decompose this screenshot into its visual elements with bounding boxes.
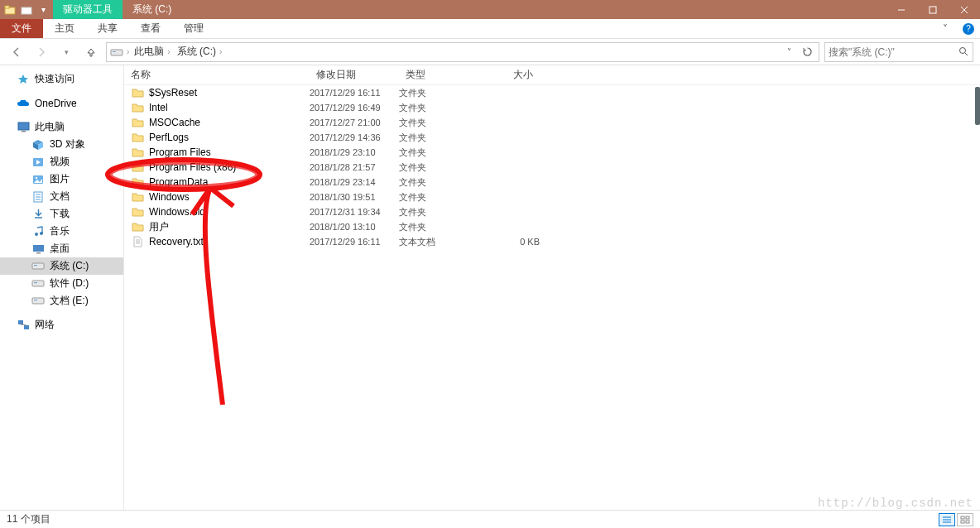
back-button[interactable] bbox=[7, 42, 26, 62]
folder-icon bbox=[131, 190, 144, 204]
svg-rect-30 bbox=[34, 300, 37, 300]
svg-line-33 bbox=[21, 324, 26, 325]
file-name: 用户 bbox=[149, 220, 310, 234]
file-row[interactable]: Program Files (x86)2018/1/28 21:57文件夹 bbox=[124, 160, 980, 175]
file-row[interactable]: Windows.old2017/12/31 19:34文件夹 bbox=[124, 204, 980, 219]
status-bar: 11 个项目 bbox=[0, 510, 980, 528]
svg-rect-4 bbox=[930, 7, 936, 13]
nav-child-item[interactable]: 图片 bbox=[0, 170, 123, 188]
file-date: 2018/1/20 13:10 bbox=[310, 222, 399, 232]
folder-icon bbox=[131, 175, 144, 189]
address-bar[interactable]: › 此电脑› 系统 (C:)› ˅ bbox=[106, 42, 819, 62]
nav-quick-access[interactable]: 快速访问 bbox=[0, 70, 123, 88]
file-row[interactable]: PerfLogs2017/12/29 14:36文件夹 bbox=[124, 130, 980, 145]
col-header-date[interactable]: 修改日期 bbox=[310, 68, 399, 82]
file-type: 文件夹 bbox=[399, 132, 482, 144]
folder-icon bbox=[131, 116, 144, 129]
file-size: 0 KB bbox=[482, 237, 540, 247]
svg-rect-29 bbox=[32, 298, 44, 304]
ribbon-expand-icon[interactable]: ˅ bbox=[934, 19, 957, 38]
help-button[interactable]: ? bbox=[957, 19, 980, 38]
file-row[interactable]: Windows2018/1/30 19:51文件夹 bbox=[124, 190, 980, 204]
nav-this-pc[interactable]: 此电脑 bbox=[0, 118, 123, 136]
nav-child-item[interactable]: 系统 (C:) bbox=[0, 257, 123, 275]
recent-dropdown[interactable]: ▾ bbox=[56, 42, 76, 62]
maximize-button[interactable] bbox=[917, 0, 949, 19]
file-type: 文件夹 bbox=[399, 146, 482, 159]
file-date: 2017/12/29 14:36 bbox=[310, 132, 399, 142]
contextual-tab-drive-tools[interactable]: 驱动器工具 bbox=[53, 0, 122, 19]
file-type: 文件夹 bbox=[399, 176, 482, 189]
search-icon[interactable] bbox=[958, 46, 969, 57]
svg-rect-26 bbox=[34, 265, 37, 266]
window-controls bbox=[886, 0, 980, 19]
file-row[interactable]: ProgramData2018/1/29 23:14文件夹 bbox=[124, 175, 980, 190]
crumb-this-pc[interactable]: 此电脑› bbox=[132, 45, 171, 59]
file-name: Intel bbox=[149, 102, 310, 113]
file-name: Windows bbox=[149, 191, 310, 203]
forward-button[interactable] bbox=[31, 42, 51, 62]
col-header-type[interactable]: 类型 bbox=[399, 68, 482, 82]
refresh-button[interactable] bbox=[799, 44, 815, 60]
tab-manage[interactable]: 管理 bbox=[172, 19, 215, 38]
window-title: 系统 (C:) bbox=[122, 0, 181, 19]
crumb-drive-c[interactable]: 系统 (C:)› bbox=[175, 45, 224, 59]
svg-point-9 bbox=[960, 48, 966, 54]
address-dropdown-icon[interactable]: ˅ bbox=[781, 44, 797, 60]
view-details-button[interactable] bbox=[939, 513, 955, 526]
minimize-button[interactable] bbox=[886, 0, 917, 19]
folder-icon[interactable] bbox=[20, 3, 33, 17]
file-type: 文本文档 bbox=[399, 236, 482, 248]
tab-view[interactable]: 查看 bbox=[129, 19, 172, 38]
file-date: 2018/1/30 19:51 bbox=[310, 192, 399, 202]
col-header-size[interactable]: 大小 bbox=[482, 68, 540, 82]
nav-child-label: 系统 (C:) bbox=[50, 259, 89, 273]
download-icon bbox=[31, 208, 45, 221]
up-button[interactable] bbox=[81, 42, 101, 62]
nav-onedrive[interactable]: OneDrive bbox=[0, 94, 123, 112]
nav-child-item[interactable]: 音乐 bbox=[0, 223, 123, 240]
tab-share[interactable]: 共享 bbox=[86, 19, 129, 38]
file-type: 文件夹 bbox=[399, 102, 482, 114]
nav-child-item[interactable]: 视频 bbox=[0, 153, 123, 170]
folder-icon bbox=[131, 86, 144, 99]
help-icon: ? bbox=[963, 23, 974, 35]
search-input[interactable] bbox=[829, 46, 958, 58]
file-row[interactable]: 用户2018/1/20 13:10文件夹 bbox=[124, 219, 980, 234]
svg-rect-45 bbox=[966, 521, 969, 523]
file-row[interactable]: Program Files2018/1/29 23:10文件夹 bbox=[124, 145, 980, 160]
explorer-body: 快速访问 OneDrive 此电脑 3D 对象视频图片文档下载音乐桌面系统 (C… bbox=[0, 65, 980, 510]
svg-rect-44 bbox=[961, 521, 964, 523]
close-button[interactable] bbox=[949, 0, 980, 19]
nav-child-item[interactable]: 3D 对象 bbox=[0, 136, 123, 153]
titlebar: ▾ 驱动器工具 系统 (C:) bbox=[0, 0, 980, 19]
nav-child-label: 视频 bbox=[50, 155, 70, 169]
view-icons-button[interactable] bbox=[957, 513, 973, 526]
nav-child-item[interactable]: 文档 (E:) bbox=[0, 292, 123, 310]
file-row[interactable]: Recovery.txt2017/12/29 16:11文本文档0 KB bbox=[124, 234, 980, 249]
file-row[interactable]: MSOCache2017/12/27 21:00文件夹 bbox=[124, 115, 980, 130]
qat-dropdown-icon[interactable]: ▾ bbox=[36, 3, 50, 17]
svg-point-22 bbox=[40, 232, 43, 235]
svg-rect-27 bbox=[32, 281, 44, 286]
col-header-name[interactable]: 名称 bbox=[124, 68, 310, 82]
nav-child-item[interactable]: 下载 bbox=[0, 205, 123, 223]
tab-home[interactable]: 主页 bbox=[43, 19, 86, 38]
nav-child-item[interactable]: 软件 (D:) bbox=[0, 275, 123, 292]
file-row[interactable]: Intel2017/12/29 16:49文件夹 bbox=[124, 100, 980, 115]
svg-rect-23 bbox=[33, 245, 44, 252]
svg-rect-42 bbox=[961, 516, 964, 519]
file-row[interactable]: $SysReset2017/12/29 16:11文件夹 bbox=[124, 85, 980, 100]
file-name: Program Files bbox=[149, 146, 310, 158]
svg-rect-31 bbox=[18, 320, 23, 324]
nav-child-item[interactable]: 桌面 bbox=[0, 240, 123, 257]
svg-rect-7 bbox=[111, 50, 122, 55]
nav-child-item[interactable]: 文档 bbox=[0, 188, 123, 205]
scrollbar-thumb[interactable] bbox=[975, 87, 980, 125]
svg-rect-43 bbox=[966, 516, 969, 519]
file-type: 文件夹 bbox=[399, 221, 482, 233]
file-tab[interactable]: 文件 bbox=[0, 19, 43, 38]
search-box[interactable] bbox=[824, 42, 973, 62]
video-icon bbox=[31, 156, 45, 169]
nav-network[interactable]: 网络 bbox=[0, 316, 123, 334]
